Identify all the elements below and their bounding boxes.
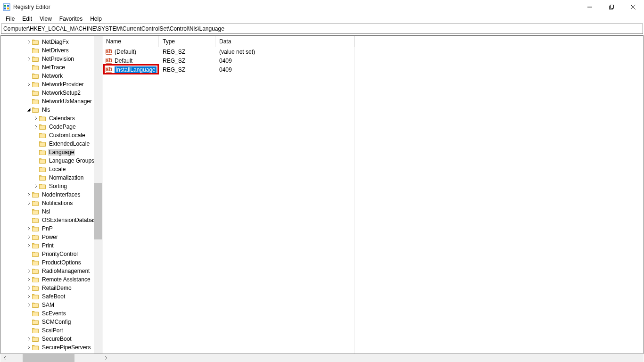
svg-text:ab: ab	[106, 66, 112, 73]
tree-item[interactable]: ExtendedLocale	[1, 140, 102, 148]
tree-item[interactable]: ScsiPort	[1, 326, 102, 335]
tree-item[interactable]: SecurePipeServers	[1, 343, 102, 352]
tree-item[interactable]: Language	[1, 148, 102, 156]
folder-icon	[39, 132, 46, 139]
tree-item[interactable]: NetworkUxManager	[1, 97, 102, 106]
folder-icon	[32, 242, 39, 249]
tree-item-label: SecureBoot	[41, 336, 73, 342]
column-type[interactable]: Type	[159, 36, 215, 47]
tree-item[interactable]: NetDiagFx	[1, 38, 102, 46]
tree-item-label: OSExtensionDatabase	[41, 217, 100, 223]
svg-rect-3	[4, 8, 6, 9]
tree-item[interactable]: Normalization	[1, 173, 102, 182]
tree-item[interactable]: Remote Assistance	[1, 275, 102, 284]
tree-item-label: NetProvision	[41, 56, 75, 62]
tree-item[interactable]: NodeInterfaces	[1, 190, 102, 199]
close-button[interactable]	[622, 0, 644, 14]
tree-item[interactable]: Sorting	[1, 182, 102, 190]
tree-expand-toggle[interactable]	[26, 269, 32, 273]
tree-item[interactable]: SecureBoot	[1, 335, 102, 343]
tree-item[interactable]: Network	[1, 72, 102, 80]
value-data: (value not set)	[215, 47, 355, 56]
hscroll-track[interactable]	[8, 354, 102, 362]
tree-item[interactable]: OSExtensionDatabase	[1, 216, 102, 224]
maximize-button[interactable]	[601, 0, 622, 14]
tree-item[interactable]: Calendars	[1, 114, 102, 123]
tree-item[interactable]: Nsi	[1, 207, 102, 216]
tree-expand-toggle[interactable]	[26, 227, 32, 230]
tree-expand-toggle[interactable]	[33, 184, 39, 188]
tree-item[interactable]: Language Groups	[1, 156, 102, 165]
tree-item[interactable]: SCMConfig	[1, 318, 102, 326]
tree-expand-toggle[interactable]	[26, 286, 32, 290]
tree-item[interactable]: PnP	[1, 224, 102, 233]
folder-icon	[39, 182, 46, 190]
menu-help[interactable]: Help	[86, 15, 106, 23]
tree-item-label: ExtendedLocale	[48, 140, 91, 147]
tree-item[interactable]: Notifications	[1, 199, 102, 207]
minimize-button[interactable]	[579, 0, 601, 14]
tree-expand-toggle[interactable]	[33, 116, 39, 120]
tree-item-label: Language	[48, 149, 75, 156]
folder-icon	[32, 199, 39, 207]
tree-expand-toggle[interactable]	[26, 235, 32, 239]
column-data[interactable]: Data	[215, 36, 355, 47]
tree-expand-toggle[interactable]	[26, 40, 32, 44]
tree-item-label: Locale	[48, 166, 66, 173]
tree-item[interactable]: NetProvision	[1, 55, 102, 63]
address-bar[interactable]: Computer\HKEY_LOCAL_MACHINE\SYSTEM\Curre…	[1, 24, 643, 34]
tree-item[interactable]: ScEvents	[1, 309, 102, 318]
registry-tree[interactable]: NetDiagFxNetDriversNetProvisionNetTraceN…	[1, 36, 102, 354]
app-icon	[3, 3, 10, 11]
tree-expand-toggle[interactable]	[26, 193, 32, 197]
tree-item[interactable]: NetTrace	[1, 63, 102, 72]
menu-favorites[interactable]: Favorites	[56, 15, 86, 23]
tree-item[interactable]: RadioManagement	[1, 267, 102, 275]
hscroll-right-arrow[interactable]	[102, 354, 110, 362]
tree-expand-toggle[interactable]	[26, 82, 32, 86]
tree-expand-toggle[interactable]	[26, 337, 32, 341]
values-list[interactable]: ab(Default)REG_SZ(value not set)abDefaul…	[102, 47, 355, 74]
tree-item[interactable]: SafeBoot	[1, 292, 102, 301]
menu-view[interactable]: View	[36, 15, 56, 23]
tree-expand-toggle[interactable]	[26, 303, 32, 307]
tree-item[interactable]: NetworkProvider	[1, 80, 102, 89]
tree-item[interactable]: Nls	[1, 106, 102, 114]
tree-item[interactable]: NetDrivers	[1, 46, 102, 55]
folder-icon	[32, 55, 39, 63]
tree-expand-toggle[interactable]	[33, 125, 39, 129]
tree-item[interactable]: PriorityControl	[1, 250, 102, 258]
column-name[interactable]: Name	[102, 36, 159, 47]
tree-item[interactable]: RetailDemo	[1, 284, 102, 292]
tree-item[interactable]: Power	[1, 233, 102, 241]
tree-item[interactable]: NetworkSetup2	[1, 89, 102, 97]
tree-item[interactable]: CodePage	[1, 123, 102, 131]
hscroll-left-arrow[interactable]	[0, 354, 8, 362]
hscroll-thumb[interactable]	[23, 354, 74, 362]
tree-item[interactable]: Locale	[1, 165, 102, 173]
value-row[interactable]: abInstallLanguageREG_SZ0409	[102, 65, 355, 74]
tree-expand-toggle[interactable]	[26, 278, 32, 281]
tree-item[interactable]: SAM	[1, 301, 102, 309]
tree-expand-toggle[interactable]	[26, 346, 32, 349]
tree-item-label: Network	[41, 73, 64, 79]
folder-icon	[32, 276, 39, 283]
horizontal-scrollbar[interactable]	[0, 354, 644, 362]
menu-file[interactable]: File	[2, 15, 18, 23]
tree-expand-toggle[interactable]	[26, 295, 32, 298]
value-row[interactable]: abDefaultREG_SZ0409	[102, 56, 355, 65]
tree-expand-toggle[interactable]	[26, 57, 32, 61]
tree-item[interactable]: Print	[1, 241, 102, 250]
value-row[interactable]: ab(Default)REG_SZ(value not set)	[102, 47, 355, 56]
tree-item[interactable]: SecurityProviders	[1, 352, 102, 354]
menu-edit[interactable]: Edit	[18, 15, 36, 23]
tree-scrollbar[interactable]	[94, 36, 102, 354]
tree-expand-toggle[interactable]	[26, 201, 32, 205]
tree-scrollbar-thumb[interactable]	[94, 183, 102, 239]
tree-expand-toggle[interactable]	[26, 108, 32, 112]
tree-item[interactable]: CustomLocale	[1, 131, 102, 140]
svg-rect-2	[7, 5, 9, 7]
tree-item[interactable]: ProductOptions	[1, 258, 102, 267]
tree-expand-toggle[interactable]	[26, 244, 32, 247]
menubar: File Edit View Favorites Help	[0, 14, 644, 24]
